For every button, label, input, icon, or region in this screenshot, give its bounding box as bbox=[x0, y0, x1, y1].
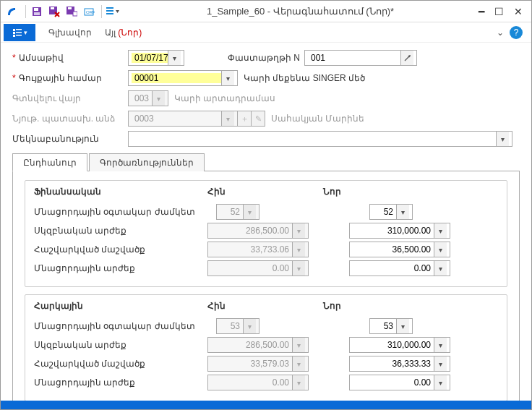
app-logo-icon bbox=[5, 5, 18, 18]
tax-initval-label: Սկզբնական արժեք bbox=[34, 340, 207, 350]
menu-main[interactable]: Գլխավոր bbox=[48, 27, 92, 38]
save-close-icon[interactable] bbox=[46, 4, 62, 20]
col-old-header: Հին bbox=[207, 301, 323, 311]
chevron-down-icon[interactable]: ▾ bbox=[434, 261, 447, 276]
resp-field: 0003 ▾ bbox=[128, 111, 238, 127]
view-menu-button[interactable] bbox=[4, 24, 35, 41]
svg-rect-15 bbox=[13, 32, 15, 34]
svg-rect-12 bbox=[106, 13, 113, 14]
fin-life-new[interactable]: 52▾ bbox=[369, 204, 413, 220]
svg-point-19 bbox=[409, 55, 411, 56]
svg-text:ORF: ORF bbox=[86, 10, 95, 14]
fin-depr-old: 33,733.06▾ bbox=[207, 242, 309, 257]
svg-rect-13 bbox=[13, 29, 15, 31]
tax-depr-label: Հաշվարկված մաշվածք bbox=[34, 359, 207, 369]
close-button[interactable]: ✕ bbox=[514, 6, 523, 17]
assetnum-label: *Գույքային համար bbox=[12, 73, 128, 83]
col-old-header: Հին bbox=[207, 187, 323, 197]
collapse-ribbon-icon[interactable]: ⌄ bbox=[497, 27, 504, 38]
tax-life-old: 53▾ bbox=[216, 318, 259, 334]
chevron-down-icon[interactable]: ▾ bbox=[221, 71, 234, 85]
svg-rect-17 bbox=[13, 35, 15, 37]
chevron-down-icon[interactable]: ▾ bbox=[434, 356, 447, 371]
assetnum-field[interactable]: 00001 ▾ bbox=[128, 70, 238, 86]
group-tax-title: Հարկային bbox=[34, 301, 207, 311]
group-financial-title: Ֆինանսական bbox=[34, 187, 207, 197]
date-field[interactable]: 01/07/17 ▾ bbox=[128, 50, 184, 66]
comment-label: Մեկնաբանություն bbox=[12, 134, 128, 144]
chevron-down-icon[interactable]: ▾ bbox=[496, 132, 509, 146]
comment-field[interactable]: ▾ bbox=[128, 131, 512, 147]
svg-rect-2 bbox=[34, 12, 40, 15]
svg-rect-14 bbox=[16, 29, 22, 30]
titlebar: ORF 1_Sample_60 - Վերագնահատում (Նոր)* ━… bbox=[1, 1, 531, 22]
group-financial: Ֆինանսական Հին Նոր Մնացորդային օգտակար ժ… bbox=[25, 180, 507, 287]
tax-residual-old: 0.00▾ bbox=[207, 375, 309, 390]
help-icon[interactable]: ? bbox=[510, 26, 523, 39]
tax-life-new[interactable]: 53▾ bbox=[369, 318, 413, 334]
location-description: Կարի արտադրամաս bbox=[174, 93, 275, 103]
fin-depr-new[interactable]: 36,500.00▾ bbox=[349, 242, 450, 257]
fin-depr-label: Հաշվարկված մաշվածք bbox=[34, 244, 207, 255]
tab-general[interactable]: Ընդհանուր bbox=[12, 153, 87, 171]
menu-other[interactable]: Այլ (Նոր) bbox=[105, 27, 142, 38]
tab-operations[interactable]: Գործառնություններ bbox=[89, 153, 205, 171]
form-content: *Ամսաթիվ 01/07/17 ▾ Փաստաթղթի N 001 *Գու… bbox=[1, 43, 531, 401]
docnum-label: Փաստաթղթի N bbox=[228, 53, 300, 63]
edit-icon: ✎ bbox=[251, 111, 265, 127]
app-window: ORF 1_Sample_60 - Վերագնահատում (Նոր)* ━… bbox=[0, 0, 532, 410]
svg-rect-4 bbox=[51, 7, 54, 9]
chevron-down-icon[interactable]: ▾ bbox=[434, 338, 447, 352]
tax-residual-new[interactable]: 0.00▾ bbox=[349, 375, 450, 390]
maximize-button[interactable]: ☐ bbox=[494, 6, 504, 17]
col-new-header: Նոր bbox=[323, 187, 439, 197]
tax-initval-old: 286,500.00▾ bbox=[207, 337, 309, 353]
fin-initval-label: Սկզբնական արժեք bbox=[34, 226, 207, 236]
svg-rect-6 bbox=[68, 7, 72, 9]
chevron-down-icon[interactable]: ▾ bbox=[434, 242, 447, 257]
minimize-button[interactable]: ━ bbox=[479, 6, 484, 17]
menubar: Գլխավոր Այլ (Նոր) ⌄ ? bbox=[1, 22, 531, 43]
chevron-down-icon: ▾ bbox=[221, 111, 234, 126]
resp-label: Նյութ. պատասխ. անձ bbox=[12, 114, 128, 124]
fin-initval-new[interactable]: 310,000.00▾ bbox=[349, 223, 450, 239]
resp-description: Սահակյան Մարինե bbox=[271, 114, 364, 124]
chevron-down-icon[interactable]: ▾ bbox=[396, 205, 409, 219]
chevron-down-icon: ▾ bbox=[152, 91, 165, 106]
location-label: Գտնվելու վայր bbox=[12, 93, 128, 103]
svg-rect-18 bbox=[16, 35, 22, 36]
save-icon[interactable] bbox=[29, 4, 45, 20]
attachments-icon[interactable]: ORF bbox=[81, 4, 97, 20]
save-new-icon[interactable] bbox=[64, 4, 80, 20]
svg-rect-1 bbox=[34, 8, 38, 11]
assetnum-description: Կարի մեքենա SINGER մեծ bbox=[244, 73, 365, 83]
docnum-field[interactable]: 001 bbox=[304, 50, 417, 66]
list-dropdown-icon[interactable] bbox=[105, 4, 121, 20]
fin-residual-label: Մնացորդային արժեք bbox=[34, 263, 207, 273]
chevron-down-icon[interactable]: ▾ bbox=[434, 375, 447, 390]
fin-initval-old: 286,500.00▾ bbox=[207, 223, 309, 239]
tax-life-label: Մնացորդային օգտակար ժամկետ bbox=[34, 321, 207, 331]
chevron-down-icon[interactable]: ▾ bbox=[396, 319, 409, 333]
tax-depr-new[interactable]: 36,333.33▾ bbox=[349, 356, 450, 372]
fin-residual-new[interactable]: 0.00▾ bbox=[349, 260, 450, 276]
tax-depr-old: 33,579.03▾ bbox=[207, 356, 309, 372]
plus-icon: ＋ bbox=[237, 111, 252, 127]
fin-life-label: Մնացորդային օգտակար ժամկետ bbox=[34, 207, 207, 217]
svg-rect-7 bbox=[73, 12, 77, 16]
tax-initval-new[interactable]: 310,000.00▾ bbox=[349, 337, 450, 353]
fin-residual-old: 0.00▾ bbox=[207, 260, 309, 276]
chevron-down-icon[interactable]: ▾ bbox=[168, 51, 181, 65]
svg-rect-16 bbox=[16, 32, 22, 33]
group-tax: Հարկային Հին Նոր Մնացորդային օգտակար ժամ… bbox=[25, 294, 507, 401]
tax-residual-label: Մնացորդային արժեք bbox=[34, 377, 207, 388]
svg-rect-10 bbox=[106, 7, 113, 9]
tab-body: Ֆինանսական Հին Նոր Մնացորդային օգտակար ժ… bbox=[12, 171, 520, 401]
fin-life-old: 52▾ bbox=[216, 204, 259, 220]
tabs: Ընդհանուր Գործառնություններ Ֆինանսական Հ… bbox=[12, 153, 520, 401]
window-title: 1_Sample_60 - Վերագնահատում (Նոր)* bbox=[122, 6, 479, 17]
wand-icon[interactable] bbox=[400, 51, 413, 65]
chevron-down-icon[interactable]: ▾ bbox=[434, 223, 447, 238]
svg-rect-11 bbox=[106, 10, 113, 12]
col-new-header: Նոր bbox=[323, 301, 439, 311]
